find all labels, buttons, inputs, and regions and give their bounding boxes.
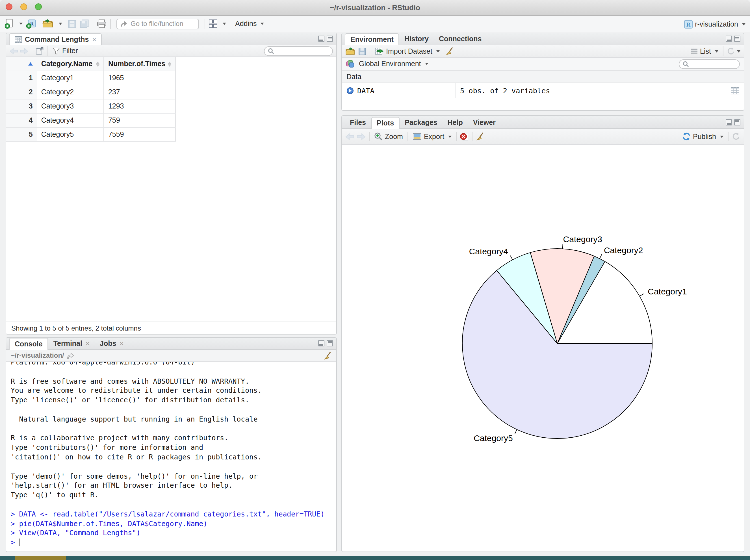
expand-object-icon[interactable]	[347, 87, 354, 94]
tab-jobs[interactable]: Jobs ×	[95, 338, 129, 349]
open-file-caret-icon[interactable]	[59, 23, 62, 25]
console-input-line: > DATA <- read.table("/Users/lsalazar/co…	[11, 510, 332, 519]
close-icon[interactable]: ×	[120, 340, 123, 347]
tab-label: Help	[448, 119, 463, 126]
new-file-icon[interactable]	[4, 19, 14, 29]
pie-slice-label: Category3	[563, 235, 602, 244]
new-file-caret-icon[interactable]	[19, 23, 23, 25]
tab-command-lengths[interactable]: Command Lengths ×	[9, 33, 102, 45]
list-view-button[interactable]: List	[689, 47, 719, 55]
project-menu[interactable]: R r-visualization	[684, 16, 746, 32]
table-cell: Category4	[37, 114, 104, 127]
tab-plots[interactable]: Plots	[371, 117, 400, 129]
table-row[interactable]: 3Category31293	[6, 99, 176, 114]
zoom-label: Zoom	[385, 133, 403, 140]
export-plot-button[interactable]: Export	[412, 133, 453, 140]
tab-environment[interactable]: Environment	[345, 33, 399, 45]
plots-toolbar: Zoom Export Pub	[342, 129, 744, 145]
save-icon[interactable]	[68, 20, 76, 28]
print-icon[interactable]	[97, 19, 107, 28]
zoom-plot-button[interactable]: Zoom	[373, 132, 404, 141]
scope-caret-icon	[425, 63, 429, 65]
clear-console-broom-icon[interactable]	[323, 351, 332, 360]
share-arrow-icon[interactable]	[67, 352, 74, 359]
environment-search-box[interactable]	[679, 59, 740, 69]
next-plot-icon[interactable]	[357, 133, 366, 140]
table-body: 1Category119652Category22373Category3129…	[6, 71, 176, 142]
console-body[interactable]: Platform: x86_64-apple-darwin15.6.0 (64-…	[6, 362, 336, 552]
environment-object-row[interactable]: DATA 5 obs. of 2 variables	[342, 83, 744, 98]
load-workspace-icon[interactable]	[345, 47, 355, 55]
tab-history[interactable]: History	[399, 33, 434, 45]
pie-slice-label: Category1	[648, 287, 687, 296]
import-dataset-icon	[375, 47, 384, 55]
maximize-pane-icon[interactable]	[327, 36, 333, 42]
filter-button[interactable]: Filter	[52, 47, 79, 55]
table-cell: 237	[104, 85, 176, 99]
refresh-plot-icon[interactable]	[732, 132, 741, 141]
refresh-caret-icon[interactable]	[737, 50, 741, 52]
import-dataset-button[interactable]: Import Dataset	[374, 47, 441, 55]
new-project-icon[interactable]: R	[26, 19, 37, 29]
tab-terminal[interactable]: Terminal ×	[48, 338, 95, 349]
zoom-window-button[interactable]	[35, 3, 42, 10]
tab-viewer[interactable]: Viewer	[468, 117, 501, 128]
forward-icon[interactable]	[20, 48, 28, 54]
goto-file-input[interactable]	[130, 19, 196, 28]
table-row[interactable]: 4Category4759	[6, 114, 176, 128]
minimize-pane-icon[interactable]	[726, 36, 732, 42]
pane-layout-icon[interactable]	[209, 19, 218, 28]
minimize-pane-icon[interactable]	[318, 36, 324, 42]
previous-plot-icon[interactable]	[345, 133, 354, 140]
data-section-label: Data	[347, 73, 361, 81]
maximize-pane-icon[interactable]	[734, 119, 741, 125]
minimize-window-button[interactable]	[20, 3, 27, 10]
refresh-icon[interactable]	[727, 47, 735, 55]
list-view-label: List	[700, 47, 711, 55]
addins-menu[interactable]: Addins	[234, 20, 265, 28]
console-input-line: > View(DATA, "Command Lengths")	[11, 528, 332, 538]
tab-console[interactable]: Console	[9, 338, 48, 350]
table-row[interactable]: 2Category2237	[6, 85, 176, 99]
save-all-icon[interactable]	[80, 19, 90, 28]
minimize-pane-icon[interactable]	[726, 119, 732, 125]
console-pane: Console Terminal × Jobs × ~/r-visualizat…	[6, 337, 337, 552]
viewer-search-box[interactable]	[264, 46, 333, 56]
remove-plot-icon[interactable]	[460, 132, 469, 141]
close-icon[interactable]: ×	[92, 36, 96, 43]
tab-files[interactable]: Files	[345, 117, 371, 128]
close-icon[interactable]: ×	[86, 340, 90, 347]
tab-help[interactable]: Help	[442, 117, 468, 128]
scope-label: Global Environment	[359, 60, 421, 68]
goto-file-box[interactable]	[116, 18, 199, 29]
open-file-icon[interactable]	[42, 19, 54, 28]
minimize-pane-icon[interactable]	[318, 340, 324, 346]
column-header-number-of-times[interactable]: Number.of.Times	[104, 57, 176, 71]
pane-layout-caret-icon[interactable]	[223, 23, 226, 25]
maximize-pane-icon[interactable]	[327, 340, 333, 346]
close-window-button[interactable]	[6, 3, 13, 10]
tab-connections[interactable]: Connections	[434, 33, 487, 45]
rownum-header[interactable]	[6, 57, 37, 71]
addins-caret-icon	[260, 23, 264, 25]
title-bar: ~/r-visualization - RStudio	[0, 0, 750, 16]
save-workspace-icon[interactable]	[358, 47, 366, 55]
import-dataset-caret-icon	[436, 50, 440, 52]
table-row[interactable]: 5Category57559	[6, 128, 176, 142]
back-icon[interactable]	[9, 48, 18, 54]
table-cell: 7559	[104, 128, 176, 141]
environment-search-input[interactable]	[691, 60, 736, 68]
column-header-category-name[interactable]: Category.Name	[37, 57, 104, 71]
clear-all-plots-broom-icon[interactable]	[476, 132, 485, 141]
view-object-grid-icon[interactable]	[731, 87, 739, 94]
publish-button[interactable]: Publish	[681, 132, 725, 141]
publish-label: Publish	[693, 133, 716, 140]
tab-packages[interactable]: Packages	[400, 117, 442, 128]
viewer-search-input[interactable]	[276, 47, 329, 55]
environment-scope-selector[interactable]: Global Environment	[358, 60, 430, 68]
clear-environment-broom-icon[interactable]	[446, 47, 454, 55]
table-row[interactable]: 1Category11965	[6, 71, 176, 85]
project-label: r-visualization	[695, 20, 738, 28]
popout-icon[interactable]	[36, 47, 44, 55]
maximize-pane-icon[interactable]	[734, 36, 741, 42]
